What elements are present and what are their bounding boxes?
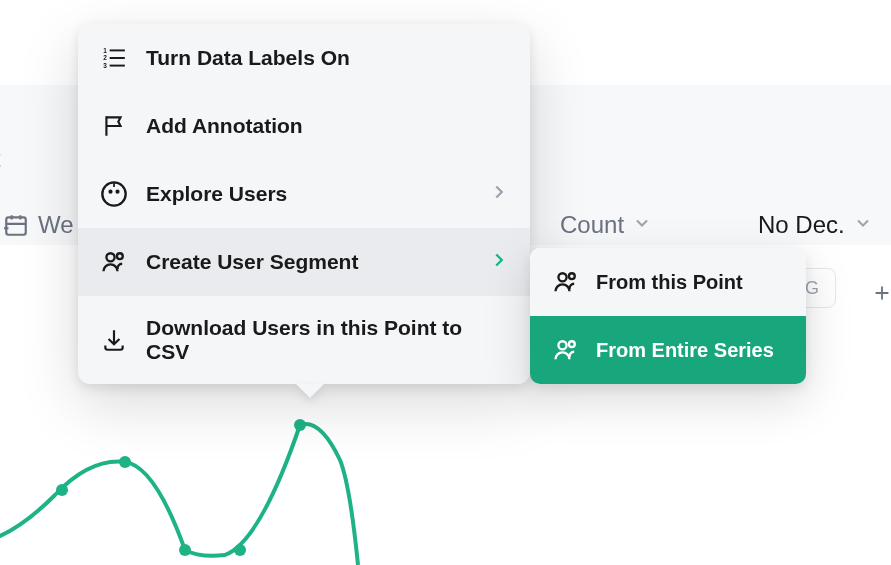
users-icon [100, 248, 128, 276]
menu-item-label: Explore Users [146, 182, 287, 206]
chart [0, 410, 380, 565]
chart-point[interactable] [119, 456, 131, 468]
calendar-icon [2, 211, 30, 239]
chart-point[interactable] [179, 544, 191, 556]
menu-item-explore-users[interactable]: Explore Users [78, 160, 530, 228]
svg-point-9 [117, 191, 119, 193]
menu-item-add-annotation[interactable]: Add Annotation [78, 92, 530, 160]
svg-point-12 [558, 273, 566, 281]
add-icon[interactable] [871, 282, 891, 309]
svg-point-8 [110, 191, 112, 193]
submenu: From this Point From Entire Series [530, 248, 806, 384]
submenu-item-from-series[interactable]: From Entire Series [530, 316, 806, 384]
svg-point-10 [106, 253, 114, 261]
date-range-label: We [38, 211, 74, 239]
chevron-right-icon [488, 249, 510, 276]
date-range-selector[interactable]: We [0, 203, 86, 247]
chevron-down-icon [853, 211, 873, 239]
flag-icon [100, 112, 128, 140]
menu-pointer [296, 384, 324, 398]
chevron-right-icon [488, 181, 510, 208]
chart-point[interactable] [56, 484, 68, 496]
chart-point[interactable] [234, 544, 246, 556]
download-icon [100, 326, 128, 354]
numbered-list-icon: 1 2 3 [100, 44, 128, 72]
decimal-selector[interactable]: No Dec. [746, 203, 885, 247]
users-icon [552, 336, 580, 364]
svg-point-11 [117, 253, 123, 259]
menu-item-label: Add Annotation [146, 114, 303, 138]
svg-text:1: 1 [103, 47, 107, 54]
chevron-down-icon [632, 211, 652, 239]
svg-point-13 [569, 273, 575, 279]
menu-item-label: Create User Segment [146, 250, 358, 274]
chart-point[interactable] [294, 419, 306, 431]
menu-item-data-labels[interactable]: 1 2 3 Turn Data Labels On [78, 24, 530, 92]
submenu-item-label: From this Point [596, 271, 743, 294]
chart-line-path [0, 424, 358, 565]
submenu-item-label: From Entire Series [596, 339, 774, 362]
count-selector[interactable]: Count [548, 203, 664, 247]
submenu-item-from-point[interactable]: From this Point [530, 248, 806, 316]
svg-point-15 [569, 341, 575, 347]
line-chart [0, 410, 380, 565]
user-face-icon [100, 180, 128, 208]
menu-item-download-csv[interactable]: Download Users in this Point to CSV [78, 296, 530, 384]
svg-text:2: 2 [103, 54, 107, 61]
svg-rect-0 [6, 217, 26, 234]
svg-point-14 [558, 341, 566, 349]
g-label: G [805, 278, 819, 299]
decimal-label: No Dec. [758, 211, 845, 239]
menu-item-label: Download Users in this Point to CSV [146, 316, 508, 364]
svg-text:3: 3 [103, 62, 107, 69]
context-menu: 1 2 3 Turn Data Labels On Add Annotation [78, 24, 530, 384]
partial-text-t: t [0, 145, 1, 173]
users-icon [552, 268, 580, 296]
menu-item-label: Turn Data Labels On [146, 46, 350, 70]
menu-item-create-segment[interactable]: Create User Segment [78, 228, 530, 296]
count-label: Count [560, 211, 624, 239]
